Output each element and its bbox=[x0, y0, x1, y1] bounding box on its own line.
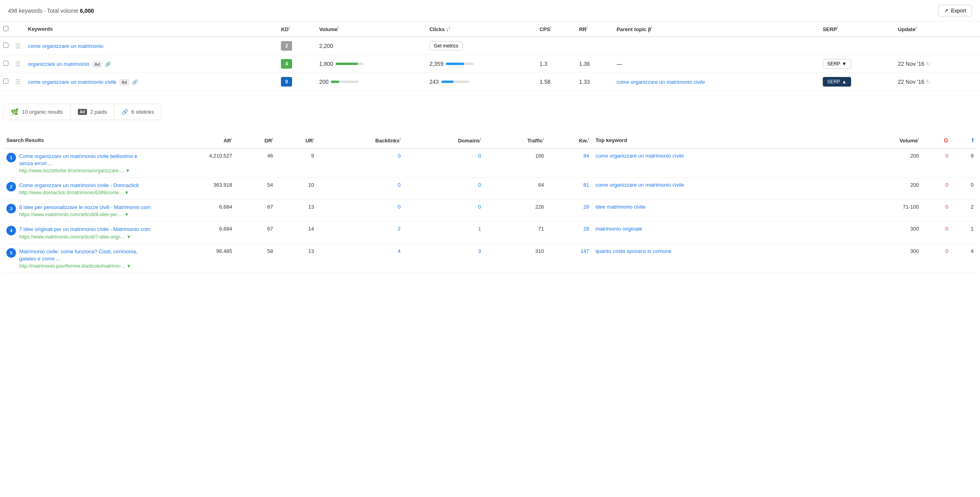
row2-refresh-icon[interactable]: ↻ bbox=[926, 61, 931, 67]
row1-rr-cell bbox=[576, 37, 613, 55]
row3-volume-value: 200 bbox=[319, 79, 328, 85]
row3-update-cell: 22 Nov '16 ↻ bbox=[895, 73, 980, 91]
result-4-backlinks-link[interactable]: 2 bbox=[398, 226, 401, 232]
result-5-f: 4 bbox=[951, 244, 977, 273]
row1-keyword-cell: come organizzare un matrimonio bbox=[25, 37, 278, 55]
result-5-url: http://matrimonio.pourfemme.it/articolo/… bbox=[19, 263, 152, 269]
result-3-link[interactable]: 8 idee per personalizzare le nozze civil… bbox=[19, 204, 151, 210]
result-2-kw-link[interactable]: 81 bbox=[583, 182, 589, 188]
result-5-backlinks-link[interactable]: 4 bbox=[398, 248, 401, 254]
row1-keyword-link[interactable]: come organizzare un matrimonio bbox=[28, 43, 103, 49]
result-5-g-value: 0 bbox=[945, 248, 948, 254]
result-2-volume: 200 bbox=[852, 178, 922, 200]
row3-refresh-icon[interactable]: ↻ bbox=[926, 79, 931, 85]
sitelinks-tab[interactable]: 🔗 6 sitelinks bbox=[115, 104, 161, 120]
result-1-top-kw-link[interactable]: come organizzare un matrimonio civile bbox=[595, 153, 684, 159]
organic-tab[interactable]: 🌿 10 organic results bbox=[4, 104, 71, 120]
keywords-table: Keywords KDi Volumei Clicks ↓i CPSi RRi … bbox=[0, 22, 980, 91]
result-2-f: 0 bbox=[951, 178, 977, 200]
result-3-cell: 3 8 idee per personalizzare le nozze civ… bbox=[6, 204, 152, 217]
select-all-checkbox[interactable] bbox=[3, 26, 8, 31]
result-2-dropdown[interactable]: ▼ bbox=[124, 190, 129, 195]
search-results-header: Search Results bbox=[3, 133, 155, 148]
result-row-5: 5 Matrimonio civile: come funziona? Cost… bbox=[3, 244, 977, 273]
row3-volume-bar-wrap bbox=[331, 81, 359, 83]
result-2-ur: 10 bbox=[276, 178, 317, 200]
row2-checkbox[interactable] bbox=[3, 61, 8, 66]
icon-header bbox=[12, 22, 25, 37]
row2-keyword-link[interactable]: organizzare un matrimonio bbox=[28, 61, 89, 67]
rank-badge-5: 5 bbox=[6, 248, 16, 258]
row3-link-icon: 🔗 bbox=[132, 79, 138, 85]
get-metrics-button[interactable]: Get metrics bbox=[429, 41, 462, 51]
row1-kd-badge: 2 bbox=[281, 41, 292, 51]
result-3-dropdown[interactable]: ▼ bbox=[124, 212, 129, 217]
result-2-backlinks-link[interactable]: 0 bbox=[398, 182, 401, 188]
result-4-top-kw-link[interactable]: matrimonio originale bbox=[595, 226, 642, 232]
result-4-link[interactable]: 7 idee originali per un matrimonio civil… bbox=[19, 226, 150, 232]
result-4-cell: 4 7 idee originali per un matrimonio civ… bbox=[6, 226, 152, 239]
row3-lines-icon: ☰ bbox=[15, 79, 21, 85]
result-3-backlinks-link[interactable]: 0 bbox=[398, 204, 401, 210]
row1-checkbox[interactable] bbox=[3, 43, 8, 48]
result-1-link[interactable]: Come organizzare un matrimonio civile be… bbox=[19, 153, 137, 166]
paid-tab[interactable]: Ad 2 paids bbox=[71, 104, 115, 120]
result-5-dropdown[interactable]: ▼ bbox=[126, 263, 131, 269]
row3-keyword-link[interactable]: come organizzare un matrimonio civile bbox=[28, 79, 117, 85]
result-row-3: 3 8 idee per personalizzare le nozze civ… bbox=[3, 200, 977, 222]
result-3-top-keyword: idee matrimonio civile bbox=[592, 200, 852, 222]
keyword-count: 498 keywords bbox=[8, 8, 42, 14]
result-2-domains-link[interactable]: 0 bbox=[478, 182, 481, 188]
result-1-kw-link[interactable]: 84 bbox=[583, 153, 589, 159]
result-5-top-kw-link[interactable]: quanto costa sposarsi in comune bbox=[595, 248, 671, 254]
result-4-domains-link[interactable]: 1 bbox=[478, 226, 481, 232]
result-5-domains-link[interactable]: 3 bbox=[478, 248, 481, 254]
row2-keyword-cell: organizzare un matrimonio Ad 🔗 bbox=[25, 55, 278, 73]
result-5-content: Matrimonio civile: come funziona? Costi,… bbox=[19, 248, 152, 269]
result-1-volume: 200 bbox=[852, 148, 922, 178]
result-2-link[interactable]: Come organizzare un matrimonio civile - … bbox=[19, 182, 139, 188]
row3-parent-link[interactable]: come organizzare un matrimonio civile bbox=[616, 79, 705, 85]
result-1-backlinks-link[interactable]: 0 bbox=[398, 153, 401, 159]
sitelinks-label: 6 sitelinks bbox=[131, 109, 154, 115]
rank-badge-3: 3 bbox=[6, 204, 16, 213]
row2-serp-button[interactable]: SERP ▼ bbox=[823, 59, 851, 69]
stats-label: 498 keywords · Total volume 6,000 bbox=[8, 8, 94, 14]
result-1-dropdown[interactable]: ▼ bbox=[125, 168, 130, 174]
result-3-domains-link[interactable]: 0 bbox=[478, 204, 481, 210]
result-4-kw-link[interactable]: 28 bbox=[583, 226, 589, 232]
serp-section: 🌿 10 organic results Ad 2 paids 🔗 6 site… bbox=[0, 97, 980, 126]
result-4-ur: 14 bbox=[276, 222, 317, 244]
result-2-dr: 54 bbox=[235, 178, 277, 200]
result-2-top-kw-link[interactable]: come organizzare un matrimonio civile bbox=[595, 182, 684, 188]
result-3-dr: 67 bbox=[235, 200, 277, 222]
row2-serp-label: SERP bbox=[827, 61, 840, 67]
result-4-dropdown[interactable]: ▼ bbox=[126, 234, 131, 240]
result-1-cell: 1 Come organizzare un matrimonio civile … bbox=[6, 153, 152, 174]
result-1-url: http://www.nozzefurbe.it/cerimonia/organ… bbox=[19, 168, 152, 174]
row2-volume-bar-wrap bbox=[336, 63, 364, 65]
parent-topic-header: Parent topic βi bbox=[613, 22, 820, 37]
result-1-content: Come organizzare un matrimonio civile be… bbox=[19, 153, 152, 174]
result-4-dr: 67 bbox=[235, 222, 277, 244]
result-5-volume: 300 bbox=[852, 244, 922, 273]
result-5-link[interactable]: Matrimonio civile: come funziona? Costi,… bbox=[19, 248, 137, 262]
result-3-top-kw-link[interactable]: idee matrimonio civile bbox=[595, 204, 645, 210]
result-2-ar: 363,918 bbox=[155, 178, 235, 200]
result-1-domains: 0 bbox=[404, 148, 484, 178]
row3-serp-button[interactable]: SERP ▲ bbox=[823, 77, 851, 87]
keyword-row-1: ☰ come organizzare un matrimonio 2 2,200… bbox=[0, 37, 980, 55]
row2-clicks-bar: 2,359 bbox=[429, 61, 533, 67]
row3-checkbox[interactable] bbox=[3, 79, 8, 84]
result-4-title-cell: 4 7 idee originali per un matrimonio civ… bbox=[3, 222, 155, 244]
volume-header: Volumei bbox=[316, 22, 426, 37]
result-3-volume: 71-100 bbox=[852, 200, 922, 222]
export-button[interactable]: ↗ Export bbox=[938, 5, 972, 16]
paid-label: 2 paids bbox=[90, 109, 107, 115]
result-4-traffic: 71 bbox=[484, 222, 547, 244]
result-5-kw-link[interactable]: 147 bbox=[581, 248, 589, 254]
row3-serp-arrow: ▲ bbox=[842, 79, 847, 85]
result-4-ar: 6,684 bbox=[155, 222, 235, 244]
result-3-kw-link[interactable]: 28 bbox=[583, 204, 589, 210]
result-1-domains-link[interactable]: 0 bbox=[478, 153, 481, 159]
